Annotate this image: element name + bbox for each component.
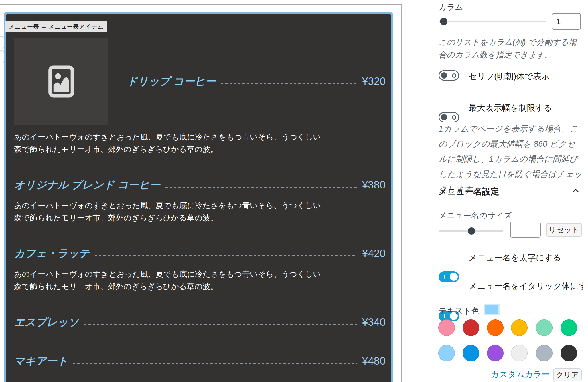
palette-color[interactable]: [561, 345, 577, 361]
menu-item-price[interactable]: ¥380: [362, 179, 386, 191]
menu-item-name[interactable]: エスプレッソ: [14, 315, 79, 329]
columns-number-input[interactable]: [552, 13, 581, 30]
max-width-toggle[interactable]: [439, 112, 459, 122]
italic-toggle-label: メニュー名をイタリック体にする: [469, 280, 588, 292]
palette-color[interactable]: [536, 345, 553, 361]
dotted-leader: [165, 187, 357, 188]
menu-item-description[interactable]: あのイーハトーヴォのすきとおった風、夏でも底に冷たさをもつ青いそら、うつくしい森…: [14, 131, 323, 156]
menu-item-description[interactable]: あのイーハトーヴォのすきとおった風、夏でも底に冷たさをもつ青いそら、うつくしい森…: [14, 200, 323, 224]
dotted-leader: [221, 83, 357, 84]
reset-button[interactable]: リセット: [546, 223, 582, 237]
palette-color[interactable]: [463, 319, 479, 336]
toggle-ring: [452, 115, 456, 120]
columns-slider-thumb[interactable]: [440, 18, 447, 25]
palette-color[interactable]: [561, 319, 577, 336]
menu-item-name-row: ドリップ コーヒー ¥320: [127, 74, 386, 89]
menu-item-price[interactable]: ¥480: [362, 355, 386, 367]
menu-table-block[interactable]: ドリップ コーヒー ¥320 あのイーハトーヴォのすきとおった風、夏でも底に冷た…: [4, 12, 393, 382]
selected-color-swatch[interactable]: [484, 304, 500, 315]
menu-name-size-label: メニュー名のサイズ: [439, 210, 512, 221]
columns-slider[interactable]: [439, 21, 546, 22]
menu-item-name-row: エスプレッソ ¥340: [14, 315, 386, 329]
menu-name-panel-title[interactable]: メニュー名設定: [439, 186, 499, 198]
menu-item-row: マキアート ¥480: [14, 354, 386, 368]
menu-item-price[interactable]: ¥320: [362, 75, 386, 87]
block-toolbar-pill-top[interactable]: [0, 36, 4, 49]
menu-item-name[interactable]: オリジナル ブレンド コーヒー: [14, 178, 160, 192]
toggle-knob: [441, 72, 447, 79]
dotted-leader: [84, 324, 357, 325]
toggle-on-bar: [444, 275, 445, 279]
menu-name-size-slider-thumb[interactable]: [468, 227, 475, 235]
panel-divider: [429, 175, 588, 175]
text-color-label: テキスト色: [439, 305, 480, 316]
chevron-up-icon[interactable]: [572, 187, 580, 194]
dotted-leader: [73, 363, 357, 364]
menu-item-description[interactable]: あのイーハトーヴォのすきとおった風、夏でも底に冷たさをもつ青いそら、うつくしい森…: [14, 268, 323, 293]
toggle-knob: [441, 114, 447, 120]
menu-item-row: カフェ・ラッテ ¥420: [14, 246, 386, 261]
columns-label: カラム: [439, 2, 463, 13]
toggle-ring: [452, 73, 456, 78]
menu-item-name[interactable]: マキアート: [14, 354, 68, 368]
palette-color[interactable]: [536, 319, 553, 336]
serif-toggle[interactable]: [439, 70, 459, 81]
dotted-leader: [95, 255, 357, 256]
columns-help-text: このリストをカラム(列) で分割する場合のカラム数を指定できます。: [439, 36, 577, 61]
menu-item-row: オリジナル ブレンド コーヒー ¥380: [14, 178, 386, 192]
menu-item-name[interactable]: ドリップ コーヒー: [127, 74, 216, 89]
toggle-knob: [450, 273, 458, 281]
image-icon: [48, 65, 74, 98]
menu-item-name-row: マキアート ¥480: [14, 354, 386, 368]
palette-color[interactable]: [438, 319, 455, 336]
menu-item-row: エスプレッソ ¥340: [14, 315, 386, 329]
image-placeholder[interactable]: [14, 38, 108, 125]
max-width-toggle-label: 最大表示幅を制限する: [469, 102, 552, 114]
palette-color[interactable]: [511, 319, 528, 336]
palette-color[interactable]: [463, 345, 479, 361]
menu-item-name-row: カフェ・ラッテ ¥420: [14, 246, 386, 261]
menu-item-price[interactable]: ¥340: [362, 316, 386, 328]
palette-color[interactable]: [511, 345, 528, 361]
menu-item-name-row: オリジナル ブレンド コーヒー ¥380: [14, 178, 386, 192]
clear-button[interactable]: クリア: [553, 368, 582, 381]
block-toolbar-pill-bottom[interactable]: [0, 50, 4, 63]
block-settings-sidebar: カラム このリストをカラム(列) で分割する場合のカラム数を指定できます。 セリ…: [429, 0, 588, 382]
menu-item-price[interactable]: ¥420: [362, 248, 386, 260]
palette-color[interactable]: [487, 345, 504, 361]
palette-color[interactable]: [487, 319, 504, 336]
custom-color-link[interactable]: カスタムカラー: [491, 369, 550, 380]
menu-body: ドリップ コーヒー ¥320 あのイーハトーヴォのすきとおった風、夏でも底に冷た…: [6, 14, 391, 368]
serif-toggle-label: セリフ(明朝)体で表示: [469, 71, 550, 82]
menu-name-size-input[interactable]: [510, 222, 541, 238]
palette-color[interactable]: [438, 345, 455, 361]
bold-toggle[interactable]: [439, 271, 459, 282]
block-breadcrumb[interactable]: メニュー表 → メニュー表アイテム: [5, 21, 107, 32]
bold-toggle-label: メニュー名を太字にする: [469, 252, 561, 264]
menu-item-name[interactable]: カフェ・ラッテ: [14, 246, 90, 261]
